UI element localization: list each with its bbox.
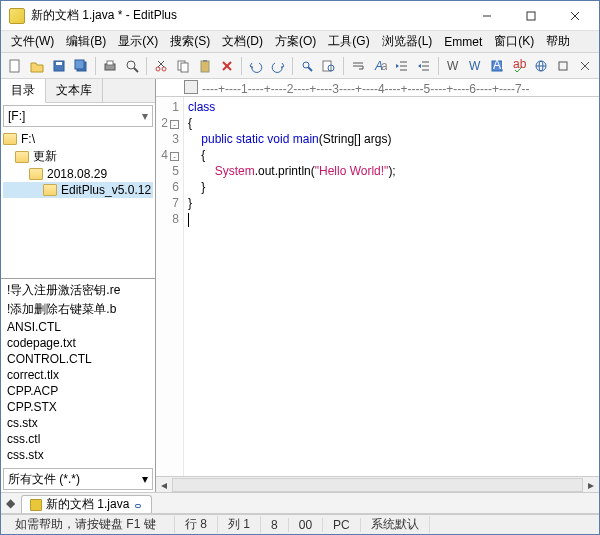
svg-rect-10: [107, 61, 113, 65]
menu-tools[interactable]: 工具(G): [322, 31, 375, 52]
scroll-left-icon[interactable]: ◂: [156, 478, 172, 492]
uppercase-button[interactable]: W: [443, 56, 463, 76]
menu-help[interactable]: 帮助: [540, 31, 576, 52]
tree-item[interactable]: F:\: [3, 131, 153, 147]
list-item[interactable]: CPP.ACP: [3, 383, 153, 399]
outdent-button[interactable]: [414, 56, 434, 76]
svg-rect-19: [201, 61, 209, 72]
ruler: ----+----1----+----2----+----3----+----4…: [156, 79, 599, 97]
menu-file[interactable]: 文件(W): [5, 31, 60, 52]
document-tab[interactable]: 新的文档 1.java: [21, 495, 152, 513]
findfiles-button[interactable]: [319, 56, 339, 76]
fold-icon[interactable]: -: [170, 120, 179, 129]
code-text[interactable]: class{ public static void main(String[] …: [184, 97, 396, 476]
menu-project[interactable]: 方案(O): [269, 31, 322, 52]
scroll-right-icon[interactable]: ▸: [583, 478, 599, 492]
wrap-button[interactable]: [348, 56, 368, 76]
doc-close-button[interactable]: [575, 56, 595, 76]
svg-text:a: a: [381, 59, 387, 73]
window-title: 新的文档 1.java * - EditPlus: [31, 7, 465, 24]
tree-item[interactable]: 更新: [3, 147, 153, 166]
document-tab-label: 新的文档 1.java: [46, 496, 129, 513]
menu-edit[interactable]: 编辑(B): [60, 31, 112, 52]
file-icon: [30, 499, 42, 511]
folder-tree[interactable]: F:\ 更新 2018.08.29 EditPlus_v5.0.12: [1, 129, 155, 279]
filter-combo[interactable]: 所有文件 (*.*) ▾: [3, 468, 153, 490]
redo-button[interactable]: [268, 56, 288, 76]
save-button[interactable]: [49, 56, 69, 76]
paste-button[interactable]: [195, 56, 215, 76]
minimize-button[interactable]: [465, 2, 509, 30]
title-bar: 新的文档 1.java * - EditPlus: [1, 1, 599, 31]
tree-item[interactable]: EditPlus_v5.0.12: [3, 182, 153, 198]
open-button[interactable]: [27, 56, 47, 76]
svg-rect-6: [56, 62, 62, 65]
list-item[interactable]: !添加删除右键菜单.b: [3, 300, 153, 319]
line-gutter: 1 2- 3 4- 5 6 7 8: [156, 97, 184, 476]
filter-label: 所有文件 (*.*): [8, 471, 80, 488]
link-icon: [133, 500, 143, 510]
menu-window[interactable]: 窗口(K): [488, 31, 540, 52]
close-button[interactable]: [553, 2, 597, 30]
svg-point-11: [127, 61, 135, 69]
maximize-button[interactable]: [509, 2, 553, 30]
saveall-button[interactable]: [71, 56, 91, 76]
svg-rect-18: [181, 63, 188, 72]
print-button[interactable]: [100, 56, 120, 76]
new-button[interactable]: [5, 56, 25, 76]
svg-line-24: [308, 67, 312, 71]
list-item[interactable]: css.stx: [3, 447, 153, 463]
document-tabs: ◆ 新的文档 1.java: [1, 492, 599, 514]
tab-menu-icon[interactable]: ◆: [1, 493, 19, 513]
copy-button[interactable]: [173, 56, 193, 76]
file-list[interactable]: !导入注册激活密钥.re !添加删除右键菜单.b ANSI.CTL codepa…: [1, 279, 155, 466]
svg-rect-45: [559, 62, 567, 70]
scroll-track[interactable]: [172, 478, 583, 492]
status-hint: 如需帮助，请按键盘 F1 键: [5, 516, 175, 533]
indent-button[interactable]: [392, 56, 412, 76]
editor: ----+----1----+----2----+----3----+----4…: [156, 79, 599, 492]
drive-combo[interactable]: [F:] ▾: [3, 105, 153, 127]
horizontal-scrollbar[interactable]: ◂ ▸: [156, 476, 599, 492]
ruler-toggle-icon[interactable]: [184, 80, 198, 94]
list-item[interactable]: cs.stx: [3, 415, 153, 431]
menu-view[interactable]: 显示(X): [112, 31, 164, 52]
list-item[interactable]: CONTROL.CTL: [3, 351, 153, 367]
list-item[interactable]: codepage.txt: [3, 335, 153, 351]
menu-document[interactable]: 文档(D): [216, 31, 269, 52]
code-area[interactable]: 1 2- 3 4- 5 6 7 8 class{ public static v…: [156, 97, 599, 476]
find-button[interactable]: [297, 56, 317, 76]
svg-rect-25: [323, 61, 331, 71]
list-item[interactable]: ANSI.CTL: [3, 319, 153, 335]
spell-button[interactable]: abc: [509, 56, 529, 76]
tree-item[interactable]: 2018.08.29: [3, 166, 153, 182]
highlight-button[interactable]: AB: [487, 56, 507, 76]
folder-icon: [3, 133, 17, 145]
status-chars: 8: [261, 518, 289, 532]
list-item[interactable]: css.ctl: [3, 431, 153, 447]
menu-search[interactable]: 搜索(S): [164, 31, 216, 52]
tab-cliptext[interactable]: 文本库: [46, 79, 103, 102]
undo-button[interactable]: [246, 56, 266, 76]
tab-directory[interactable]: 目录: [1, 79, 46, 103]
browser-button[interactable]: [531, 56, 551, 76]
cut-button[interactable]: [151, 56, 171, 76]
svg-point-13: [156, 67, 160, 71]
list-item[interactable]: CPP.STX: [3, 399, 153, 415]
menu-browser[interactable]: 浏览器(L): [376, 31, 439, 52]
folder-icon: [15, 151, 29, 163]
preview-button[interactable]: [122, 56, 142, 76]
lowercase-button[interactable]: W: [465, 56, 485, 76]
font-button[interactable]: Aa: [370, 56, 390, 76]
restore-down-button[interactable]: [553, 56, 573, 76]
toolbar: Aa W W AB abc: [1, 53, 599, 79]
list-item[interactable]: correct.tlx: [3, 367, 153, 383]
status-line: 行 8: [175, 516, 218, 533]
menu-emmet[interactable]: Emmet: [438, 33, 488, 51]
fold-icon[interactable]: -: [170, 152, 179, 161]
delete-button[interactable]: [217, 56, 237, 76]
status-col: 列 1: [218, 516, 261, 533]
svg-text:AB: AB: [493, 59, 504, 72]
list-item[interactable]: !导入注册激活密钥.re: [3, 281, 153, 300]
folder-icon: [43, 184, 57, 196]
